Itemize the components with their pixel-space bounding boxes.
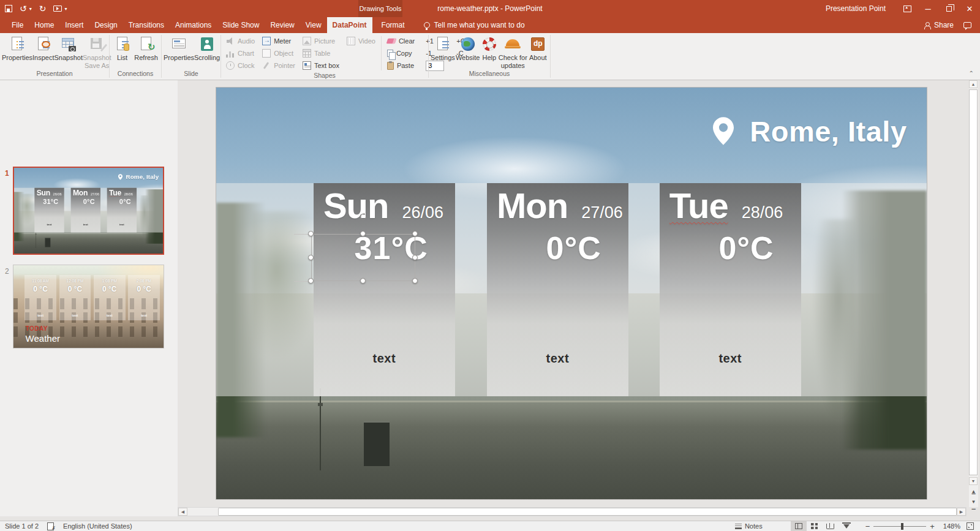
check-updates-button[interactable]: Check for updates [498,35,528,69]
globe-icon [460,36,476,52]
share-button[interactable]: Share [924,21,954,29]
minimize-button[interactable]: ─ [918,0,938,17]
tab-home[interactable]: Home [29,17,59,33]
day-name: Mon [497,188,568,224]
thumb-day-card: Tue28/06 0°C text [107,188,137,233]
next-slide-button[interactable]: ▼▁ [970,500,978,510]
vertical-scrollbar-thumb[interactable] [969,89,978,475]
textbox-button[interactable]: Text box [300,59,342,72]
paste-icon [387,62,394,70]
tab-view[interactable]: View [300,17,327,33]
lifebuoy-icon [481,36,497,52]
horizontal-scrollbar[interactable]: ◀ ▶ [178,507,967,516]
slide-sorter-view-button[interactable] [807,521,823,531]
day-text-label[interactable]: text [314,352,455,366]
normal-view-button[interactable] [791,521,807,531]
copy-button[interactable]: Copy [384,47,418,59]
person-icon [924,22,930,29]
slide1-number: 1 [5,169,9,178]
day-text-label[interactable]: text [660,352,801,366]
zoom-out-button[interactable]: − [862,522,874,531]
group-presentation: Properties Inspect Snapshot Snapshot Sav… [0,33,109,80]
zoom-slider[interactable] [873,526,926,527]
fit-slide-to-window-icon[interactable] [967,522,974,530]
undo-dropdown-icon[interactable]: ▾ [29,6,32,12]
location-title[interactable]: Rome, Italy [713,115,907,148]
meter-button[interactable]: Meter [259,35,298,47]
tab-format[interactable]: Format [376,17,410,33]
customize-qat-icon[interactable]: ▾ [64,6,67,12]
slide2-thumbnail[interactable]: 11:08 AM 0 °C text 12:08 PM 0 °C text 1:… [13,265,164,348]
ribbon-display-options-button[interactable] [897,0,918,17]
quick-access-toolbar: ↺ ▾ ↻ ▾ [5,0,67,17]
close-button[interactable]: ✕ [959,0,980,17]
zoom-slider-thumb[interactable] [901,523,903,530]
redo-icon[interactable]: ↻ [39,4,47,13]
scroll-right-icon[interactable]: ▶ [957,508,966,516]
title-bar: ↺ ▾ ↻ ▾ Drawing Tools rome-weather.pptx … [0,0,980,17]
settings-button[interactable]: Settings [431,35,455,62]
tab-file[interactable]: File [6,17,29,33]
scroll-up-icon[interactable]: ▲ [969,80,978,88]
language-indicator[interactable]: English (United States) [63,522,132,530]
day-temperature[interactable]: 0°C [487,230,628,266]
zoom-percentage[interactable]: 148% [943,522,960,530]
day-card-mon[interactable]: Mon 27/06 0°C text [487,183,628,396]
properties-slide-button[interactable]: Properties [164,35,194,62]
day-card-sun[interactable]: Sun 26/06 31°C text [314,183,455,396]
picture-button: Picture [300,35,342,47]
paste-button[interactable]: Paste [384,59,418,72]
tab-review[interactable]: Review [265,17,300,33]
slide-indicator[interactable]: Slide 1 of 2 [5,522,39,530]
website-button[interactable]: Website [455,35,481,62]
spell-check-icon[interactable] [47,522,55,530]
help-button[interactable]: Help [481,35,498,62]
account-name[interactable]: Presentation Point [826,4,886,13]
day-card-tue[interactable]: Tue 28/06 0°C text [660,183,801,396]
tab-slideshow[interactable]: Slide Show [217,17,265,33]
zoom-in-button[interactable]: + [926,522,938,531]
slideshow-view-button[interactable] [839,521,854,531]
tab-insert[interactable]: Insert [59,17,89,33]
notes-icon [735,524,742,529]
undo-icon[interactable]: ↺ [20,4,27,13]
properties-presentation-button[interactable]: Properties [2,35,32,62]
snapshot-icon [61,36,77,52]
snapshot-button[interactable]: Snapshot [54,35,82,62]
thumb-time-card: 12:08 PM 0 °C text [59,275,91,320]
tell-me-box[interactable]: Tell me what you want to do [424,17,525,33]
start-slideshow-icon[interactable] [53,6,62,12]
day-temperature[interactable]: 31°C [314,230,455,266]
inspect-button[interactable]: Inspect [32,35,54,62]
restore-button[interactable] [938,0,959,17]
about-button[interactable]: dp About [528,35,548,62]
video-icon [347,37,355,45]
tab-transitions[interactable]: Transitions [123,17,170,33]
day-text-label[interactable]: text [487,352,628,366]
clear-button[interactable]: Clear [384,35,418,47]
list-button[interactable]: List [111,35,133,62]
collapse-ribbon-icon[interactable]: ⌃ [969,70,974,77]
tab-animations[interactable]: Animations [170,17,217,33]
reading-view-button[interactable] [823,521,839,531]
previous-slide-button[interactable]: ▲▔ [970,489,978,499]
scrolling-button[interactable]: Scrolling [194,35,220,62]
scroll-left-icon[interactable]: ◀ [178,508,187,516]
horizontal-scrollbar-thumb[interactable] [218,508,957,516]
tab-design[interactable]: Design [89,17,123,33]
thumb-time-card: 1:08 PM 0 °C text [94,275,125,320]
save-icon[interactable] [5,5,12,12]
vertical-scrollbar[interactable]: ▲ ▼ ▲▔ ▼▁ [969,80,978,507]
tab-datapoint[interactable]: DataPoint [327,17,372,33]
notes-button[interactable]: Notes [735,522,763,530]
group-label-miscellaneous: Miscellaneous [429,70,550,80]
slide1-thumbnail[interactable]: Rome, Italy Sun26/06 31°C text Mon27/06 … [13,167,164,255]
scroll-down-icon[interactable]: ▼ [969,477,978,485]
refresh-button[interactable]: ↻ Refresh [133,35,159,62]
snapshot-save-as-button: Snapshot Save As [83,35,111,69]
audio-button: Audio [223,35,258,47]
day-temperature[interactable]: 0°C [660,230,801,266]
thumb-weather-label: Weather [26,333,60,344]
comments-icon[interactable] [963,22,971,28]
slide-editing-area[interactable]: Rome, Italy Sun 26/06 31°C text Mon 27/0… [216,88,927,499]
